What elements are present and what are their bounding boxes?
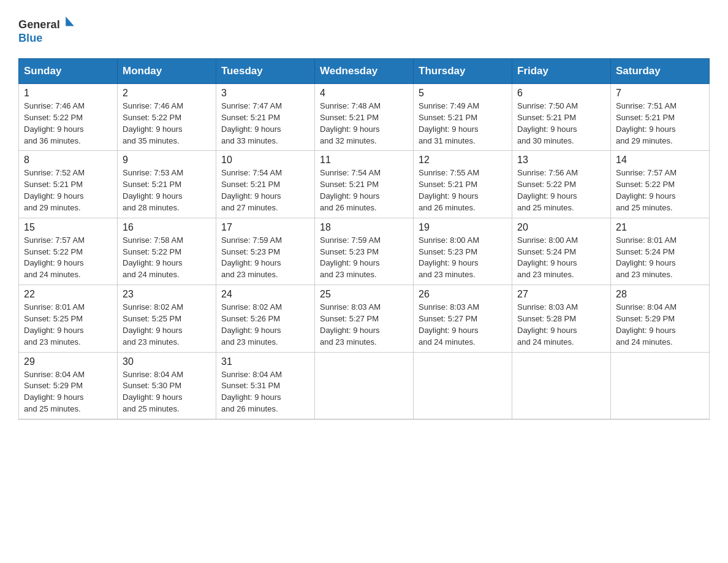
day-number: 25: [320, 289, 408, 300]
day-info: Sunrise: 7:54 AMSunset: 5:21 PMDaylight:…: [320, 167, 408, 213]
day-info: Sunrise: 7:57 AMSunset: 5:22 PMDaylight:…: [24, 235, 112, 281]
calendar-cell: 11 Sunrise: 7:54 AMSunset: 5:21 PMDaylig…: [315, 151, 414, 218]
calendar-cell: 2 Sunrise: 7:46 AMSunset: 5:22 PMDayligh…: [118, 84, 216, 151]
day-info: Sunrise: 8:03 AMSunset: 5:27 PMDaylight:…: [419, 302, 507, 348]
day-info: Sunrise: 8:03 AMSunset: 5:27 PMDaylight:…: [320, 302, 408, 348]
calendar-cell: 26 Sunrise: 8:03 AMSunset: 5:27 PMDaylig…: [414, 285, 512, 352]
day-info: Sunrise: 7:48 AMSunset: 5:21 PMDaylight:…: [320, 101, 408, 147]
calendar-cell: 24 Sunrise: 8:02 AMSunset: 5:26 PMDaylig…: [216, 285, 315, 352]
day-info: Sunrise: 8:01 AMSunset: 5:25 PMDaylight:…: [24, 302, 112, 348]
calendar-week-row: 8 Sunrise: 7:52 AMSunset: 5:21 PMDayligh…: [19, 151, 710, 218]
calendar-week-row: 29 Sunrise: 8:04 AMSunset: 5:29 PMDaylig…: [19, 352, 710, 419]
calendar-cell: 28 Sunrise: 8:04 AMSunset: 5:29 PMDaylig…: [611, 285, 710, 352]
col-header-wednesday: Wednesday: [315, 59, 414, 84]
calendar-cell: [611, 352, 710, 419]
day-info: Sunrise: 7:58 AMSunset: 5:22 PMDaylight:…: [123, 235, 211, 281]
calendar-cell: 12 Sunrise: 7:55 AMSunset: 5:21 PMDaylig…: [414, 151, 512, 218]
day-number: 21: [616, 222, 704, 233]
day-number: 15: [24, 222, 112, 233]
calendar-cell: [315, 352, 414, 419]
day-number: 6: [517, 88, 605, 99]
calendar-cell: 7 Sunrise: 7:51 AMSunset: 5:21 PMDayligh…: [611, 84, 710, 151]
day-number: 16: [123, 222, 211, 233]
day-number: 20: [517, 222, 605, 233]
day-number: 23: [123, 289, 211, 300]
day-info: Sunrise: 7:55 AMSunset: 5:21 PMDaylight:…: [419, 167, 507, 213]
day-number: 9: [123, 155, 211, 166]
day-info: Sunrise: 8:04 AMSunset: 5:30 PMDaylight:…: [123, 369, 211, 415]
calendar-cell: 13 Sunrise: 7:56 AMSunset: 5:22 PMDaylig…: [512, 151, 611, 218]
day-number: 26: [419, 289, 507, 300]
calendar-cell: 8 Sunrise: 7:52 AMSunset: 5:21 PMDayligh…: [19, 151, 118, 218]
day-number: 13: [517, 155, 605, 166]
day-info: Sunrise: 7:50 AMSunset: 5:21 PMDaylight:…: [517, 101, 605, 147]
calendar-cell: 25 Sunrise: 8:03 AMSunset: 5:27 PMDaylig…: [315, 285, 414, 352]
logo-svg: General Blue: [18, 12, 80, 46]
day-number: 14: [616, 155, 704, 166]
calendar-cell: 20 Sunrise: 8:00 AMSunset: 5:24 PMDaylig…: [512, 218, 611, 285]
day-info: Sunrise: 8:01 AMSunset: 5:24 PMDaylight:…: [616, 235, 704, 281]
day-number: 5: [419, 88, 507, 99]
svg-text:General: General: [18, 18, 60, 31]
day-info: Sunrise: 7:51 AMSunset: 5:21 PMDaylight:…: [616, 101, 704, 147]
day-number: 24: [221, 289, 309, 300]
day-info: Sunrise: 8:02 AMSunset: 5:25 PMDaylight:…: [123, 302, 211, 348]
calendar-cell: 17 Sunrise: 7:59 AMSunset: 5:23 PMDaylig…: [216, 218, 315, 285]
calendar-cell: 9 Sunrise: 7:53 AMSunset: 5:21 PMDayligh…: [118, 151, 216, 218]
calendar-cell: 19 Sunrise: 8:00 AMSunset: 5:23 PMDaylig…: [414, 218, 512, 285]
day-info: Sunrise: 8:04 AMSunset: 5:29 PMDaylight:…: [616, 302, 704, 348]
calendar-cell: 10 Sunrise: 7:54 AMSunset: 5:21 PMDaylig…: [216, 151, 315, 218]
col-header-saturday: Saturday: [611, 59, 710, 84]
day-info: Sunrise: 7:57 AMSunset: 5:22 PMDaylight:…: [616, 167, 704, 213]
col-header-monday: Monday: [118, 59, 216, 84]
col-header-friday: Friday: [512, 59, 611, 84]
day-info: Sunrise: 8:02 AMSunset: 5:26 PMDaylight:…: [221, 302, 309, 348]
day-info: Sunrise: 8:00 AMSunset: 5:24 PMDaylight:…: [517, 235, 605, 281]
day-number: 17: [221, 222, 309, 233]
calendar-cell: 18 Sunrise: 7:59 AMSunset: 5:23 PMDaylig…: [315, 218, 414, 285]
day-info: Sunrise: 7:47 AMSunset: 5:21 PMDaylight:…: [221, 101, 309, 147]
day-number: 18: [320, 222, 408, 233]
day-number: 3: [221, 88, 309, 99]
calendar-week-row: 15 Sunrise: 7:57 AMSunset: 5:22 PMDaylig…: [19, 218, 710, 285]
logo: General Blue: [18, 12, 80, 46]
calendar-cell: 3 Sunrise: 7:47 AMSunset: 5:21 PMDayligh…: [216, 84, 315, 151]
day-info: Sunrise: 8:04 AMSunset: 5:31 PMDaylight:…: [221, 369, 309, 415]
calendar-cell: 29 Sunrise: 8:04 AMSunset: 5:29 PMDaylig…: [19, 352, 118, 419]
day-info: Sunrise: 7:56 AMSunset: 5:22 PMDaylight:…: [517, 167, 605, 213]
day-info: Sunrise: 7:52 AMSunset: 5:21 PMDaylight:…: [24, 167, 112, 213]
day-info: Sunrise: 7:54 AMSunset: 5:21 PMDaylight:…: [221, 167, 309, 213]
day-number: 22: [24, 289, 112, 300]
day-number: 28: [616, 289, 704, 300]
day-info: Sunrise: 8:03 AMSunset: 5:28 PMDaylight:…: [517, 302, 605, 348]
col-header-thursday: Thursday: [414, 59, 512, 84]
col-header-sunday: Sunday: [19, 59, 118, 84]
calendar-cell: 6 Sunrise: 7:50 AMSunset: 5:21 PMDayligh…: [512, 84, 611, 151]
calendar-cell: 21 Sunrise: 8:01 AMSunset: 5:24 PMDaylig…: [611, 218, 710, 285]
day-info: Sunrise: 7:59 AMSunset: 5:23 PMDaylight:…: [320, 235, 408, 281]
calendar-header-row: SundayMondayTuesdayWednesdayThursdayFrid…: [19, 59, 710, 84]
calendar-cell: 16 Sunrise: 7:58 AMSunset: 5:22 PMDaylig…: [118, 218, 216, 285]
calendar-cell: 5 Sunrise: 7:49 AMSunset: 5:21 PMDayligh…: [414, 84, 512, 151]
day-number: 31: [221, 356, 309, 367]
calendar-week-row: 22 Sunrise: 8:01 AMSunset: 5:25 PMDaylig…: [19, 285, 710, 352]
calendar-cell: [414, 352, 512, 419]
calendar-week-row: 1 Sunrise: 7:46 AMSunset: 5:22 PMDayligh…: [19, 84, 710, 151]
svg-text:Blue: Blue: [18, 32, 42, 44]
calendar-cell: 30 Sunrise: 8:04 AMSunset: 5:30 PMDaylig…: [118, 352, 216, 419]
day-number: 1: [24, 88, 112, 99]
day-number: 7: [616, 88, 704, 99]
col-header-tuesday: Tuesday: [216, 59, 315, 84]
day-number: 8: [24, 155, 112, 166]
day-info: Sunrise: 7:46 AMSunset: 5:22 PMDaylight:…: [123, 101, 211, 147]
calendar-cell: 1 Sunrise: 7:46 AMSunset: 5:22 PMDayligh…: [19, 84, 118, 151]
day-info: Sunrise: 7:49 AMSunset: 5:21 PMDaylight:…: [419, 101, 507, 147]
calendar-cell: 31 Sunrise: 8:04 AMSunset: 5:31 PMDaylig…: [216, 352, 315, 419]
calendar-cell: 22 Sunrise: 8:01 AMSunset: 5:25 PMDaylig…: [19, 285, 118, 352]
calendar-cell: 27 Sunrise: 8:03 AMSunset: 5:28 PMDaylig…: [512, 285, 611, 352]
day-info: Sunrise: 8:04 AMSunset: 5:29 PMDaylight:…: [24, 369, 112, 415]
calendar-cell: 14 Sunrise: 7:57 AMSunset: 5:22 PMDaylig…: [611, 151, 710, 218]
day-info: Sunrise: 7:59 AMSunset: 5:23 PMDaylight:…: [221, 235, 309, 281]
calendar-table: SundayMondayTuesdayWednesdayThursdayFrid…: [18, 58, 710, 419]
svg-marker-1: [66, 17, 74, 26]
